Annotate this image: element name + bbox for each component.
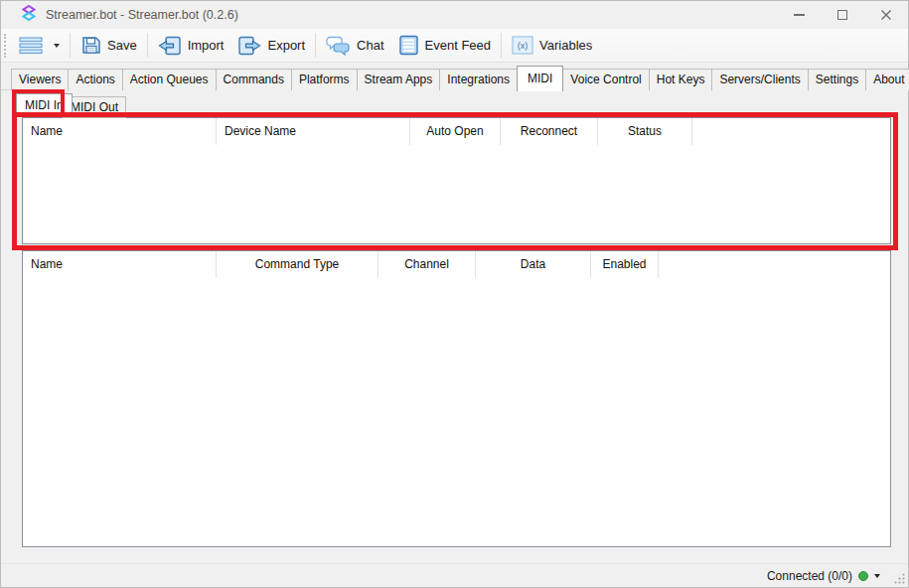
export-icon [237,36,261,56]
save-button[interactable]: Save [74,30,144,61]
column-header-reconnect[interactable]: Reconnect [501,118,598,145]
toolbar: Save Import Export Chat [1,29,908,63]
save-icon [80,35,101,56]
menu-caret-icon [54,44,60,48]
tab-about[interactable]: About [865,69,909,90]
import-label: Import [188,38,225,53]
column-header-name[interactable]: Name [23,251,217,278]
event-feed-label: Event Feed [425,38,492,53]
column-header-name[interactable]: Name [23,118,217,145]
window-title: Streamer.bot - Streamer.bot (0.2.6) [46,8,238,22]
toolbar-separator [70,33,71,58]
connection-status-label: Connected (0/0) [767,569,852,583]
chat-icon [326,36,351,56]
tab-servers-clients[interactable]: Servers/Clients [711,69,808,90]
variables-button[interactable]: (x) Variables [505,31,599,60]
tab-action-queues[interactable]: Action Queues [122,69,217,90]
minimize-icon [794,14,805,16]
tab-hot-keys[interactable]: Hot Keys [649,69,713,90]
midi-commands-table-header: Name Command Type Channel Data Enabled [23,251,890,278]
column-header-auto-open[interactable]: Auto Open [410,118,501,145]
tab-stream-apps[interactable]: Stream Apps [357,69,441,90]
column-header-channel[interactable]: Channel [379,251,476,278]
status-bar: Connected (0/0) [1,563,908,587]
subtab-midi-in[interactable]: MIDI In [16,93,73,117]
import-button[interactable]: Import [151,31,231,61]
connection-caret-icon [874,574,880,578]
connection-status-dropdown[interactable]: Connected (0/0) [767,569,880,583]
toolbar-grip[interactable] [4,34,10,58]
maximize-icon [837,10,847,20]
connection-status-dot-icon [858,571,868,581]
variables-label: Variables [539,38,592,53]
export-label: Export [267,38,305,53]
column-header-device-name[interactable]: Device Name [217,118,410,145]
variables-icon: (x) [512,36,533,55]
column-header-command-type[interactable]: Command Type [217,251,379,278]
close-button[interactable] [864,1,908,29]
save-label: Save [107,38,137,53]
menu-icon [19,37,45,55]
close-icon [880,9,892,21]
chat-label: Chat [357,38,383,53]
midi-devices-table: Name Device Name Auto Open Reconnect Sta… [22,117,891,244]
column-header-status[interactable]: Status [598,118,692,145]
export-button[interactable]: Export [230,31,312,61]
main-tabstrip: Viewers Actions Action Queues Commands P… [1,63,908,90]
title-bar: Streamer.bot - Streamer.bot (0.2.6) [1,1,908,29]
tab-viewers[interactable]: Viewers [11,69,69,90]
midi-commands-table: Name Command Type Channel Data Enabled [22,250,891,547]
tab-actions[interactable]: Actions [68,69,122,90]
event-feed-button[interactable]: Event Feed [391,30,499,61]
minimize-button[interactable] [777,1,821,29]
import-icon [158,36,182,56]
window-controls [777,1,908,29]
midi-devices-table-header: Name Device Name Auto Open Reconnect Sta… [23,118,890,145]
tab-platforms[interactable]: Platforms [291,69,358,90]
column-header-enabled[interactable]: Enabled [591,251,659,278]
toolbar-separator [147,33,148,58]
app-window: Streamer.bot - Streamer.bot (0.2.6) [0,0,909,588]
chat-button[interactable]: Chat [319,31,390,61]
tab-midi[interactable]: MIDI [517,66,563,91]
toolbar-separator [501,33,502,58]
toolbar-separator [315,33,316,58]
streamerbot-logo-icon [21,5,37,25]
resize-grip-icon[interactable] [892,571,906,585]
menu-button[interactable] [12,32,67,60]
maximize-button[interactable] [821,1,864,29]
event-feed-icon [398,35,419,56]
tab-voice-control[interactable]: Voice Control [562,69,649,90]
tab-commands[interactable]: Commands [216,69,292,90]
tab-integrations[interactable]: Integrations [439,69,518,90]
column-header-data[interactable]: Data [476,251,591,278]
tab-settings[interactable]: Settings [808,69,866,90]
svg-text:(x): (x) [518,41,529,51]
